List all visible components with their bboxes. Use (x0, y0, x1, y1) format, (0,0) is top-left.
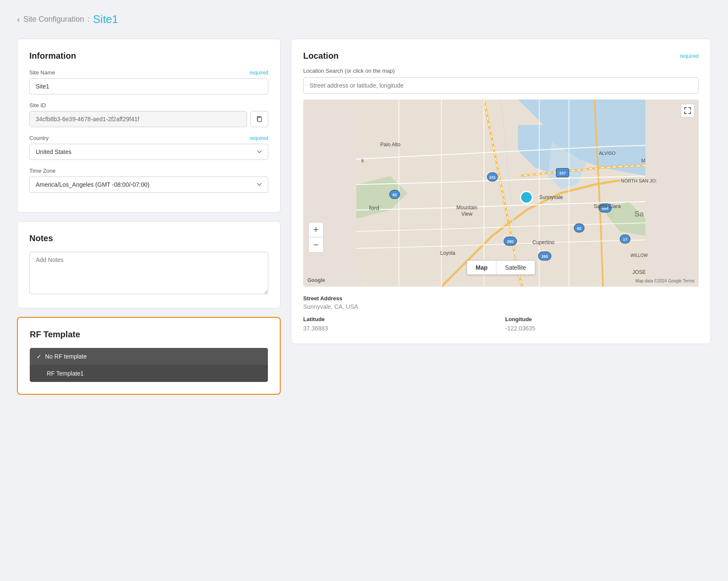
svg-text:M: M (641, 158, 646, 164)
svg-text:WILLOW: WILLOW (631, 253, 648, 258)
site-name-input[interactable] (29, 78, 268, 94)
site-id-input (29, 111, 247, 127)
breadcrumb-separator: : (88, 15, 90, 24)
back-chevron-icon[interactable]: ‹ (17, 14, 20, 24)
rf-check-icon: ✓ (37, 353, 42, 360)
location-search-input[interactable] (303, 77, 699, 94)
svg-text:280: 280 (507, 239, 513, 244)
country-required: required (250, 135, 268, 141)
parent-label: Site Configuration (23, 15, 84, 24)
zoom-in-button[interactable]: + (308, 222, 324, 237)
timezone-field-group: Time Zone America/Los_Angeles (GMT -08:0… (29, 168, 268, 193)
site-id-field-group: Site ID (29, 102, 268, 127)
location-search-label: Location Search (or click on the map) (303, 68, 699, 74)
location-card: Location required Location Search (or cl… (291, 39, 711, 344)
svg-text:Santa Clara: Santa Clara (594, 203, 621, 209)
svg-text:View: View (461, 211, 472, 217)
rf-template-title: RF Template (30, 330, 268, 339)
rf-option-template1[interactable]: RF Template1 (30, 365, 268, 382)
rf-option-none[interactable]: ✓ No RF template (30, 348, 268, 365)
svg-point-32 (520, 191, 532, 203)
country-select[interactable]: United States (29, 144, 268, 160)
left-column: Information Site Name required Site ID (17, 39, 281, 395)
country-label: Country required (29, 135, 268, 141)
svg-text:101: 101 (489, 175, 495, 179)
svg-text:JOSE: JOSE (632, 269, 646, 275)
svg-text:ford: ford (369, 205, 379, 211)
country-field-group: Country required United States (29, 135, 268, 160)
notes-card: Notes (17, 221, 281, 308)
timezone-select[interactable]: America/Los_Angeles (GMT -08:00/-07:00) (29, 177, 268, 193)
svg-text:k: k (361, 158, 364, 164)
main-layout: Information Site Name required Site ID (17, 39, 711, 395)
lat-lon-fields: Latitude 37.36883 Longitude -122.03635 (303, 316, 699, 332)
svg-text:Cupertino: Cupertino (532, 239, 555, 245)
map-type-satellite-button[interactable]: Satellite (497, 261, 535, 274)
svg-text:82: 82 (577, 226, 581, 231)
breadcrumb: ‹ Site Configuration : Site1 (17, 13, 711, 26)
map-svg: 101 237 82 82 280 280 880 (303, 100, 699, 287)
notes-title: Notes (29, 234, 268, 243)
information-title: Information (29, 51, 268, 61)
latitude-field: Latitude 37.36883 (303, 316, 497, 332)
location-required: required (680, 53, 699, 59)
svg-text:Loyola: Loyola (440, 250, 455, 256)
rf-template-card: RF Template ✓ No RF template RF Template… (17, 317, 281, 395)
map-container[interactable]: 101 237 82 82 280 280 880 (303, 100, 699, 287)
svg-text:Sa: Sa (634, 210, 644, 218)
site-name-required: required (250, 70, 268, 76)
latitude-label: Latitude (303, 316, 497, 322)
svg-text:Palo Alto: Palo Alto (380, 142, 401, 148)
information-card: Information Site Name required Site ID (17, 39, 281, 213)
map-fullscreen-button[interactable] (681, 104, 694, 117)
svg-text:Mountain: Mountain (456, 205, 477, 211)
svg-text:280: 280 (541, 254, 548, 259)
longitude-label: Longitude (505, 316, 699, 322)
svg-text:ALVISO: ALVISO (599, 151, 616, 156)
svg-text:Sunnyvale: Sunnyvale (539, 194, 563, 200)
street-address-label: Street Address (303, 295, 699, 302)
rf-template-dropdown: ✓ No RF template RF Template1 (30, 348, 268, 382)
longitude-value: -122.03635 (505, 325, 699, 332)
map-type-bar: Map Satellite (467, 260, 535, 275)
rf-option-none-label: No RF template (45, 353, 87, 360)
timezone-label: Time Zone (29, 168, 268, 174)
google-logo: Google (307, 277, 325, 283)
site-id-label: Site ID (29, 102, 268, 108)
notes-textarea[interactable] (29, 252, 268, 294)
map-controls: + − (308, 222, 324, 253)
svg-text:237: 237 (559, 171, 566, 175)
longitude-field: Longitude -122.03635 (505, 316, 699, 332)
page-container: ‹ Site Configuration : Site1 Information… (0, 0, 728, 407)
site-name-label: Site Name required (29, 69, 268, 76)
svg-text:82: 82 (392, 193, 397, 197)
fullscreen-icon (684, 107, 691, 114)
street-address-section: Street Address Sunnyvale, CA, USA (303, 295, 699, 310)
copy-site-id-button[interactable] (250, 111, 268, 127)
site-id-row (29, 111, 268, 127)
rf-option-template1-label: RF Template1 (47, 370, 84, 377)
copy-icon (256, 116, 263, 122)
map-attribution: Map data ©2024 Google Terms (635, 279, 694, 283)
svg-text:17: 17 (623, 237, 627, 242)
svg-text:NORTH SAN JO:: NORTH SAN JO: (621, 178, 657, 183)
location-title: Location (303, 51, 338, 61)
right-column: Location required Location Search (or cl… (291, 39, 711, 344)
street-address-value: Sunnyvale, CA, USA (303, 303, 699, 310)
latitude-value: 37.36883 (303, 325, 497, 332)
zoom-out-button[interactable]: − (308, 237, 324, 253)
location-header: Location required (303, 51, 699, 61)
site-name-title: Site1 (93, 13, 118, 26)
svg-rect-0 (258, 117, 262, 122)
map-type-map-button[interactable]: Map (467, 261, 497, 274)
site-name-field-group: Site Name required (29, 69, 268, 94)
